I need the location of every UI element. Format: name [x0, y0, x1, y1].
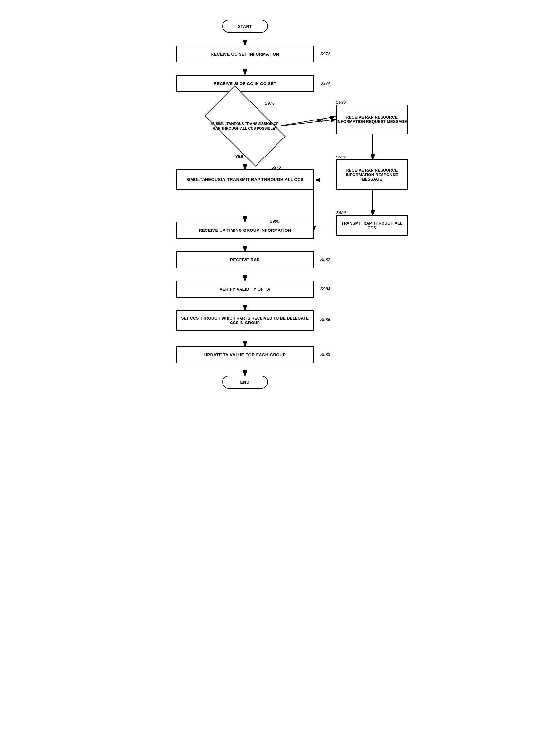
s990-step: S990 [336, 100, 346, 105]
s976-text: IS SIMULTANEOUS TRANSMISSION OF RAP THRO… [209, 105, 281, 147]
s988-node: UPDATE TA VALUE FOR EACH GROUP [176, 346, 314, 363]
start-label: START [238, 24, 252, 29]
s992-label: RECEIVE RAP RESOURCE INFORMATION RESPONS… [337, 168, 407, 182]
s994-node: TRANSMIT RAP THROUGH ALL CCS [336, 215, 408, 236]
s992-step: S992 [336, 154, 346, 159]
yes-label: YES [235, 154, 244, 159]
s986-label: SET CCS THROUGH WHICH RAR IS RECEIVED TO… [177, 316, 313, 325]
s990-label: RECEIVE RAP RESOURCE INFORMATION REQUEST… [337, 115, 407, 124]
s974-node: RECEIVE SI OF CC IN CC SET [176, 75, 314, 92]
s990-node: RECEIVE RAP RESOURCE INFORMATION REQUEST… [336, 105, 408, 134]
s976-step: S976 [265, 101, 275, 106]
s974-step: S974 [320, 81, 330, 86]
svg-line-5 [281, 119, 336, 126]
s984-step: S984 [320, 287, 330, 291]
s980-step: S980 [270, 219, 279, 224]
s978-label: SIMULTANEOUSLY TRANSMIT RAP THROUGH ALL … [186, 177, 304, 182]
s994-step: S994 [336, 210, 346, 215]
s988-label: UPDATE TA VALUE FOR EACH GROUP [204, 352, 286, 357]
no-label: NO [317, 118, 323, 123]
s992-node: RECEIVE RAP RESOURCE INFORMATION RESPONS… [336, 159, 408, 190]
s986-node: SET CCS THROUGH WHICH RAR IS RECEIVED TO… [176, 310, 314, 331]
s986-step: S986 [320, 317, 330, 322]
s974-label: RECEIVE SI OF CC IN CC SET [214, 81, 276, 86]
s980-label: RECEIVE UP TIMING GROUP INFORMATION [198, 228, 291, 233]
s978-node: SIMULTANEOUSLY TRANSMIT RAP THROUGH ALL … [176, 169, 314, 190]
s994-label: TRANSMIT RAP THROUGH ALL CCS [337, 221, 407, 230]
s984-label: VERIFY VALIDITY OF TA [220, 287, 270, 292]
end-label: END [240, 380, 249, 385]
s982-label: RECEIVE RAR [230, 257, 260, 262]
s976-diamond-container: IS SIMULTANEOUS TRANSMISSION OF RAP THRO… [209, 105, 281, 147]
svg-line-21 [281, 117, 336, 126]
s988-step: S988 [320, 352, 330, 357]
s980-node: RECEIVE UP TIMING GROUP INFORMATION [176, 222, 314, 239]
s972-label: RECEIVE CC SET INFORMATION [211, 52, 279, 57]
s972-step: S972 [320, 51, 330, 56]
s982-step: S982 [320, 257, 330, 262]
start-node: START [222, 20, 268, 33]
s984-node: VERIFY VALIDITY OF TA [176, 281, 314, 298]
flowchart-container: START RECEIVE CC SET INFORMATION S972 RE… [134, 13, 418, 406]
end-node: END [222, 375, 268, 389]
s978-step: S978 [271, 165, 281, 170]
s972-node: RECEIVE CC SET INFORMATION [176, 46, 314, 62]
s982-node: RECEIVE RAR [176, 251, 314, 268]
